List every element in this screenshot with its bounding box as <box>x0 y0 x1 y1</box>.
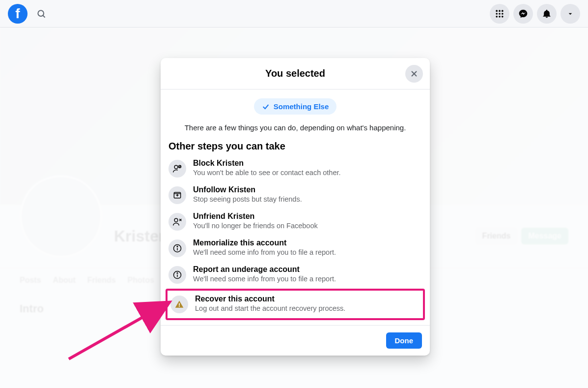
messenger-button[interactable] <box>513 4 533 24</box>
svg-point-6 <box>499 13 501 15</box>
step-title: Unfriend Kristen <box>193 212 318 221</box>
header-right <box>490 4 580 24</box>
bell-icon <box>542 9 552 19</box>
selected-reason-label: Something Else <box>274 102 329 111</box>
info-icon <box>168 266 186 284</box>
selected-reason-pill[interactable]: Something Else <box>254 98 337 115</box>
step-title: Unfollow Kristen <box>193 185 302 194</box>
messenger-icon <box>518 9 528 19</box>
facebook-logo-letter: f <box>15 6 20 22</box>
unfollow-icon <box>168 186 186 204</box>
svg-point-10 <box>502 16 504 18</box>
you-selected-dialog: You selected Something Else There are a … <box>161 58 430 356</box>
step-title: Memorialize this account <box>193 239 336 247</box>
search-icon <box>36 9 46 19</box>
step-unfriend[interactable]: Unfriend Kristen You'll no longer be fri… <box>168 208 422 235</box>
svg-point-19 <box>174 218 178 222</box>
top-header: f <box>0 0 588 28</box>
svg-point-13 <box>174 165 178 169</box>
instruction-text: There are a few things you can do, depen… <box>168 120 422 141</box>
step-report-underage[interactable]: Report an underage account We'll need so… <box>168 261 422 288</box>
svg-point-24 <box>177 246 178 247</box>
dialog-body: Something Else There are a few things yo… <box>161 90 430 325</box>
svg-point-8 <box>496 16 498 18</box>
search-button[interactable] <box>31 4 51 24</box>
step-block[interactable]: Block Kristen You won't be able to see o… <box>168 155 422 181</box>
done-button[interactable]: Done <box>386 332 422 349</box>
svg-line-15 <box>179 166 180 167</box>
grid-icon <box>495 9 504 19</box>
step-memorialize[interactable]: Memorialize this account We'll need some… <box>168 235 422 261</box>
svg-point-3 <box>499 10 501 12</box>
other-steps-heading: Other steps you can take <box>168 141 422 155</box>
svg-rect-29 <box>179 306 180 307</box>
step-unfollow[interactable]: Unfollow Kristen Stop seeing posts but s… <box>168 181 422 208</box>
menu-button[interactable] <box>490 4 509 24</box>
info-icon <box>168 239 186 257</box>
step-desc: We'll need some info from you to file a … <box>193 275 336 283</box>
close-button[interactable] <box>405 65 423 83</box>
svg-point-4 <box>502 10 504 12</box>
step-desc: We'll need some info from you to file a … <box>193 248 336 256</box>
step-text: Unfriend Kristen You'll no longer be fri… <box>193 212 318 230</box>
svg-rect-28 <box>179 303 180 306</box>
svg-point-2 <box>496 10 498 12</box>
close-icon <box>409 69 419 79</box>
svg-point-9 <box>499 16 501 18</box>
account-button[interactable] <box>560 4 580 24</box>
dialog-header: You selected <box>161 58 430 90</box>
svg-point-0 <box>38 10 44 16</box>
done-label: Done <box>395 336 414 345</box>
block-user-icon <box>168 160 186 178</box>
svg-point-5 <box>496 13 498 15</box>
step-text: Block Kristen You won't be able to see o… <box>193 159 341 177</box>
step-text: Memorialize this account We'll need some… <box>193 239 336 256</box>
svg-point-27 <box>177 272 178 273</box>
warning-icon <box>170 296 188 313</box>
header-left: f <box>8 4 51 24</box>
step-title: Recover this account <box>195 295 345 303</box>
svg-point-7 <box>502 13 504 15</box>
svg-line-1 <box>43 15 45 17</box>
step-text: Unfollow Kristen Stop seeing posts but s… <box>193 185 302 203</box>
caret-down-icon <box>566 10 574 18</box>
step-desc: Log out and start the account recovery p… <box>195 304 345 312</box>
selected-reason-row: Something Else <box>168 94 422 120</box>
step-title: Block Kristen <box>193 159 341 168</box>
step-desc: Stop seeing posts but stay friends. <box>193 195 302 203</box>
step-text: Report an underage account We'll need so… <box>193 265 336 283</box>
dialog-title: You selected <box>265 68 325 79</box>
unfriend-icon <box>168 213 186 231</box>
step-recover-account[interactable]: Recover this account Log out and start t… <box>170 293 420 315</box>
step-desc: You won't be able to see or contact each… <box>193 169 341 177</box>
facebook-logo[interactable]: f <box>8 4 28 24</box>
step-title: Report an underage account <box>193 265 336 274</box>
notifications-button[interactable] <box>537 4 557 24</box>
dialog-footer: Done <box>161 325 430 356</box>
step-text: Recover this account Log out and start t… <box>195 295 345 312</box>
step-desc: You'll no longer be friends on Facebook <box>193 222 318 230</box>
check-icon <box>262 103 270 111</box>
annotation-highlight: Recover this account Log out and start t… <box>166 289 425 320</box>
